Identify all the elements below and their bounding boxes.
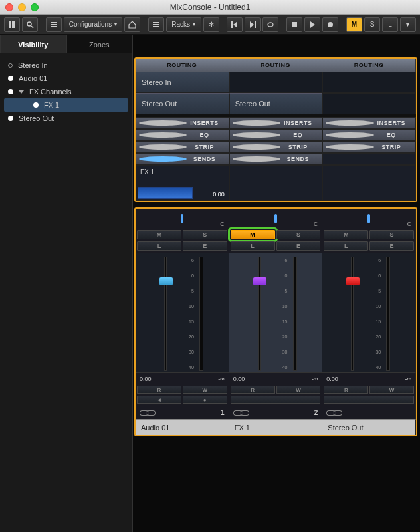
ms-cell-1: M S L E: [229, 229, 323, 253]
inserts-cell-2[interactable]: INSERTS: [322, 117, 416, 129]
mute-button-1[interactable]: M: [231, 230, 275, 239]
read-button-2[interactable]: R: [324, 386, 368, 394]
eq-cell-2[interactable]: EQ: [322, 129, 416, 141]
tree-stereo-in[interactable]: Stereo In: [4, 59, 128, 72]
eq-cell-1[interactable]: EQ: [229, 129, 323, 141]
racks-dropdown[interactable]: Racks▾: [166, 17, 201, 32]
listen-button-1[interactable]: L: [231, 241, 275, 251]
mute-button-2[interactable]: M: [324, 230, 368, 239]
layout-button[interactable]: [4, 17, 20, 32]
channel-name-0[interactable]: Audio 01: [136, 419, 229, 435]
cycle-button[interactable]: [262, 17, 278, 32]
strip-cell-2[interactable]: STRIP: [322, 141, 416, 153]
inserts-cell-0[interactable]: INSERTS: [136, 117, 229, 129]
link-icon[interactable]: [240, 410, 249, 416]
home-button[interactable]: [124, 17, 140, 32]
list-icon[interactable]: [46, 17, 62, 32]
global-solo-button[interactable]: S: [364, 17, 380, 32]
disclosure-icon[interactable]: [19, 90, 24, 94]
fader-value-2[interactable]: 0.00-∞: [322, 372, 416, 384]
solo-button-2[interactable]: S: [369, 230, 414, 239]
record-button[interactable]: [322, 17, 338, 32]
monitor-button-0[interactable]: ◄: [137, 396, 181, 404]
tree-fx1[interactable]: FX 1: [4, 98, 128, 112]
listen-button-0[interactable]: L: [137, 241, 181, 251]
send-level-bar[interactable]: [138, 187, 193, 199]
tree-audio01[interactable]: Audio 01: [4, 72, 128, 85]
racks-settings-button[interactable]: ✻: [203, 17, 219, 32]
pan-1[interactable]: C: [229, 209, 323, 229]
fader-value-0[interactable]: 0.00-∞: [136, 372, 229, 384]
read-button-1[interactable]: R: [231, 386, 275, 394]
edit-button-2[interactable]: E: [369, 241, 414, 251]
solo-button-1[interactable]: S: [276, 230, 321, 239]
sends-cell-1[interactable]: SENDS: [229, 153, 323, 165]
fader-value-1[interactable]: 0.00-∞: [229, 372, 323, 384]
configurations-dropdown[interactable]: Configurations▾: [64, 17, 122, 32]
tree-fx-channels[interactable]: FX Channels: [4, 85, 128, 98]
rack-panel: ROUTING ROUTING ROUTING Stereo In Stereo…: [134, 57, 417, 202]
search-button[interactable]: [22, 17, 38, 32]
send-value: 0.00: [213, 191, 225, 198]
link-icon[interactable]: [333, 410, 342, 416]
global-listen-button[interactable]: L: [382, 17, 398, 32]
write-button-2[interactable]: W: [369, 386, 414, 394]
svg-line-3: [31, 26, 33, 28]
routing-out-0[interactable]: Stereo Out: [136, 93, 229, 114]
toolbar-more-button[interactable]: ▾: [400, 17, 416, 32]
titlebar: MixConsole - Untitled1: [0, 0, 420, 15]
inserts-cell-1[interactable]: INSERTS: [229, 117, 323, 129]
toolbar: Configurations▾ Racks▾ ✻ M S L ▾: [0, 15, 420, 35]
tab-visibility[interactable]: Visibility: [0, 35, 66, 53]
routing-in-0[interactable]: Stereo In: [136, 72, 229, 93]
write-button-0[interactable]: W: [183, 386, 227, 394]
solo-button-0[interactable]: S: [183, 230, 227, 239]
strip-cell-0[interactable]: STRIP: [136, 141, 229, 153]
svg-rect-13: [292, 22, 297, 27]
sends-cell-0[interactable]: SENDS: [136, 153, 229, 165]
link-icon[interactable]: [146, 410, 156, 416]
fader-knob-2[interactable]: [346, 277, 360, 285]
svg-rect-1: [12, 21, 15, 28]
transport-end-button[interactable]: [245, 17, 261, 32]
send-slot-0[interactable]: FX 1 0.00: [136, 165, 229, 201]
rw-cell-1: R W: [229, 384, 323, 406]
tree-stereo-out[interactable]: Stereo Out: [4, 112, 128, 125]
edit-button-0[interactable]: E: [183, 241, 227, 251]
channel-name-2[interactable]: Stereo Out: [322, 419, 416, 435]
eq-cell-0[interactable]: EQ: [136, 129, 229, 141]
routing-out-1[interactable]: Stereo Out: [229, 93, 323, 114]
global-mute-button[interactable]: M: [346, 17, 362, 32]
window-title: MixConsole - Untitled1: [5, 3, 415, 12]
listen-button-2[interactable]: L: [324, 241, 368, 251]
read-button-0[interactable]: R: [137, 386, 181, 394]
write-button-1[interactable]: W: [276, 386, 321, 394]
routing-in-1[interactable]: [229, 72, 323, 93]
channel-tree: Stereo In Audio 01 FX Channels FX 1 Ster…: [0, 53, 132, 130]
fader-track-0[interactable]: [161, 257, 170, 371]
fader-track-1[interactable]: [255, 257, 264, 371]
pan-0[interactable]: C: [136, 209, 229, 229]
fader-1: 6051015203040: [229, 253, 323, 372]
svg-rect-8: [153, 24, 159, 25]
fader-panel: C C C M S L E M S L E M: [134, 207, 417, 436]
list2-icon[interactable]: [148, 17, 164, 32]
mute-button-0[interactable]: M: [137, 230, 181, 239]
stop-button[interactable]: [286, 17, 302, 32]
channel-name-1[interactable]: FX 1: [229, 419, 323, 435]
play-button[interactable]: [304, 17, 320, 32]
fader-track-2[interactable]: [348, 257, 357, 371]
sends-cell-2: [322, 153, 416, 165]
routing-in-2[interactable]: [322, 72, 416, 93]
send-slot-1[interactable]: [229, 165, 323, 201]
routing-out-2[interactable]: [322, 93, 416, 114]
tab-zones[interactable]: Zones: [66, 35, 133, 53]
pan-2[interactable]: C: [322, 209, 416, 229]
fader-knob-1[interactable]: [253, 277, 266, 285]
edit-button-1[interactable]: E: [276, 241, 321, 251]
transport-start-button[interactable]: [227, 17, 243, 32]
rec-enable-0[interactable]: ●: [183, 396, 227, 404]
strip-cell-1[interactable]: STRIP: [229, 141, 323, 153]
fader-knob-0[interactable]: [159, 277, 173, 285]
svg-rect-6: [51, 26, 57, 27]
